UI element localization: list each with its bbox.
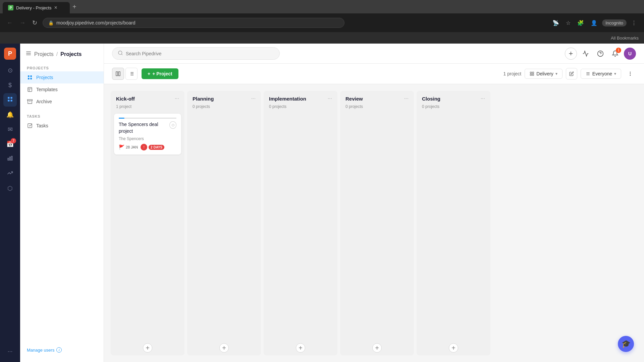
board-more-button[interactable] (625, 68, 636, 79)
sidebar-growth-button[interactable] (3, 167, 17, 180)
active-tab[interactable]: P Delivery - Projects × (3, 2, 70, 13)
board-toolbar: + + Project 1 project Delivery ▾ (104, 64, 644, 84)
sidebar-item-templates[interactable]: Templates (20, 83, 104, 96)
help-icon-button[interactable] (594, 48, 606, 60)
column-planning-cards (187, 112, 261, 341)
flag-icon: 🚩 (119, 144, 124, 150)
reload-button[interactable]: ↻ (31, 18, 39, 28)
manage-users-link[interactable]: Manage users i (27, 347, 97, 353)
column-review-more[interactable]: ··· (404, 96, 409, 102)
bookmarks-bar: All Bookmarks (0, 32, 644, 44)
add-project-button[interactable]: + + Project (142, 68, 178, 79)
sidebar-home-button[interactable]: ⊙ (3, 64, 17, 77)
kanban-board: Kick-off ··· 1 project The Spencers deal… (104, 84, 644, 362)
add-card-review-button[interactable]: + (372, 343, 382, 353)
svg-rect-3 (11, 100, 12, 101)
overdue-badge: 2 DAYS (149, 145, 164, 150)
tasks-nav-icon (27, 123, 33, 129)
back-button[interactable]: ← (5, 18, 14, 28)
help-fab-icon: 🎓 (622, 340, 631, 348)
sidebar-notifications-button[interactable]: 🔔 (3, 108, 17, 121)
new-tab-button[interactable]: + (70, 2, 79, 12)
add-project-label: + Project (152, 71, 172, 76)
column-kickoff: Kick-off ··· 1 project The Spencers deal… (111, 91, 184, 355)
svg-rect-11 (30, 75, 32, 77)
tab-favicon: P (8, 5, 13, 10)
info-icon: i (56, 347, 62, 353)
add-card-closing-button[interactable]: + (449, 343, 458, 353)
bookmarks-label[interactable]: All Bookmarks (611, 36, 639, 41)
breadcrumb-parent[interactable]: Projects (34, 51, 54, 57)
dollar-icon: $ (8, 82, 12, 89)
archive-nav-icon (27, 99, 33, 105)
sidebar-projects-button[interactable] (3, 93, 17, 107)
search-input[interactable] (126, 51, 274, 56)
app-layout: P ⊙ $ 🔔 ✉ 📅 7 (0, 44, 644, 362)
templates-nav-icon (27, 86, 33, 93)
column-review-title: Review (345, 96, 363, 102)
bell-icon: 🔔 (6, 111, 14, 118)
more-dots-icon: ··· (7, 348, 12, 355)
projects-icon (7, 96, 13, 104)
cast-icon[interactable]: 📡 (550, 18, 561, 27)
board-view-button[interactable] (112, 68, 124, 80)
edit-button[interactable] (566, 68, 577, 79)
mail-icon: ✉ (8, 126, 13, 133)
projects-nav-icon (27, 74, 33, 80)
sidebar-item-projects[interactable]: Projects (20, 71, 104, 83)
nav-header: Projects / Projects (20, 49, 104, 63)
column-review-cards (340, 112, 414, 341)
column-planning-more[interactable]: ··· (251, 96, 256, 102)
search-bar[interactable] (112, 47, 280, 60)
column-implementation-more[interactable]: ··· (328, 96, 332, 102)
everyone-filter-button[interactable]: Everyone ▾ (581, 69, 621, 79)
card-title: The Spencers deal project (119, 121, 169, 134)
delivery-filter-button[interactable]: Delivery ▾ (525, 69, 562, 79)
add-button[interactable]: + (565, 48, 577, 60)
user-avatar[interactable]: U (624, 48, 636, 60)
app-header: + 1 U (104, 44, 644, 64)
sidebar-item-archive[interactable]: Archive (20, 96, 104, 108)
address-bar[interactable]: 🔒 moodjoy.pipedrive.com/projects/board (43, 18, 344, 28)
svg-point-39 (630, 72, 630, 72)
column-review: Review ··· 0 projects + (340, 91, 414, 355)
list-view-button[interactable] (125, 68, 138, 80)
menu-icon[interactable]: ⋮ (629, 18, 639, 27)
column-kickoff-more[interactable]: ··· (175, 96, 179, 102)
notification-badge: 1 (616, 48, 621, 53)
add-card-implementation-button[interactable]: + (296, 343, 305, 353)
calendar-badge: 7 (11, 138, 16, 143)
column-closing-more[interactable]: ··· (481, 96, 485, 102)
breadcrumb-current: Projects (60, 51, 82, 57)
sidebar-integrations-button[interactable]: ⬡ (3, 182, 17, 195)
sidebar-deals-button[interactable]: $ (3, 78, 17, 92)
svg-rect-10 (28, 75, 30, 77)
forward-button[interactable]: → (18, 18, 27, 28)
nav-sidebar: Projects / Projects PROJECTS Projects Te… (20, 44, 104, 362)
project-card-spencers[interactable]: The Spencers deal project ○ The Spencers… (114, 114, 181, 155)
extension-icon[interactable]: 🧩 (575, 18, 586, 27)
main-content: + 1 U (104, 44, 644, 362)
profile-icon[interactable]: 👤 (589, 18, 599, 27)
browser-toolbar-right: 📡 ☆ 🧩 👤 Incognito ⋮ (550, 18, 639, 27)
notification-button[interactable]: 1 (609, 48, 621, 60)
nav-sidebar-bottom: Manage users i (20, 343, 104, 357)
sidebar-reports-button[interactable] (3, 152, 17, 166)
add-card-planning-button[interactable]: + (219, 343, 229, 353)
sidebar-mail-button[interactable]: ✉ (3, 123, 17, 136)
card-complete-button[interactable]: ○ (169, 121, 176, 129)
home-icon: ⊙ (8, 67, 13, 74)
tab-close-button[interactable]: × (54, 5, 57, 11)
manage-users-label: Manage users (27, 348, 54, 353)
svg-rect-32 (530, 72, 532, 73)
column-implementation-cards (264, 112, 337, 341)
star-icon[interactable]: ☆ (564, 18, 573, 27)
add-card-kickoff-button[interactable]: + (143, 343, 152, 353)
help-fab-button[interactable]: 🎓 (618, 336, 634, 352)
activity-icon-button[interactable] (580, 48, 592, 60)
hamburger-button[interactable] (25, 50, 32, 58)
sidebar-item-tasks[interactable]: Tasks (20, 120, 104, 132)
trending-icon (7, 170, 13, 178)
sidebar-calendar-button[interactable]: 📅 7 (3, 137, 17, 151)
sidebar-more-button[interactable]: ··· (3, 345, 17, 358)
